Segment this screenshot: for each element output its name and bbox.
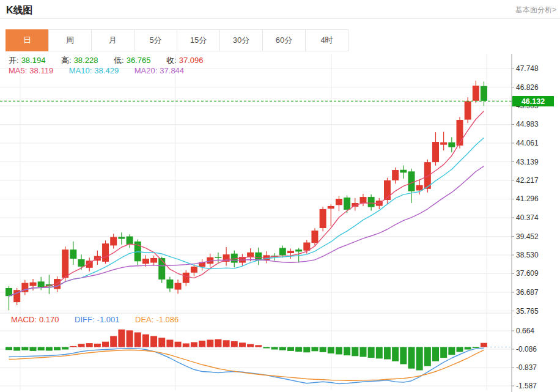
svg-text:40.374: 40.374 xyxy=(516,213,539,222)
low-label: 低: xyxy=(114,56,124,65)
ma10-value: 38.429 xyxy=(94,66,119,75)
ma10-label: MA10: xyxy=(69,66,92,75)
svg-text:41.296: 41.296 xyxy=(516,194,539,203)
ma-lines xyxy=(9,111,484,296)
svg-text:44.061: 44.061 xyxy=(516,139,539,147)
dea-value: -1.086 xyxy=(156,315,179,324)
dea-label: DEA: xyxy=(135,315,153,324)
diff-label: DIFF: xyxy=(75,315,95,324)
svg-text:42.217: 42.217 xyxy=(516,176,539,185)
svg-text:-1.587: -1.587 xyxy=(516,382,537,390)
svg-text:39.452: 39.452 xyxy=(516,232,539,241)
svg-text:-0.086: -0.086 xyxy=(516,345,537,353)
open-value: 38.194 xyxy=(21,56,46,65)
svg-text:0.664: 0.664 xyxy=(516,327,534,335)
ohlc-readout: 开:38.194 高:38.228 低:36.765 收:37.096 xyxy=(9,55,205,66)
ma5-value: 38.119 xyxy=(29,66,53,75)
ma5-label: MA5: xyxy=(9,66,27,75)
macd-readout: MACD:0.170 DIFF:-1.001 DEA:-1.086 xyxy=(11,315,181,324)
svg-text:36.687: 36.687 xyxy=(516,288,539,297)
close-label: 收: xyxy=(166,56,177,65)
svg-text:37.609: 37.609 xyxy=(516,269,539,278)
macd-value: 0.170 xyxy=(39,315,59,324)
macd-label: MACD: xyxy=(11,315,37,324)
high-label: 高: xyxy=(61,56,72,65)
open-label: 开: xyxy=(9,56,19,65)
ma20-value: 37.844 xyxy=(160,66,184,75)
macd-histogram xyxy=(6,330,487,371)
high-value: 38.228 xyxy=(74,56,98,65)
svg-text:35.765: 35.765 xyxy=(516,307,539,316)
low-value: 36.765 xyxy=(127,56,151,65)
svg-text:47.748: 47.748 xyxy=(516,64,539,73)
close-value: 37.096 xyxy=(179,56,204,65)
candles xyxy=(6,81,487,311)
diff-value: -1.001 xyxy=(97,315,120,324)
svg-text:43.139: 43.139 xyxy=(516,158,539,166)
svg-text:38.530: 38.530 xyxy=(516,251,539,259)
ma20-label: MA20: xyxy=(134,66,158,75)
gridlines: 47.74846.82645.90544.98344.06143.13942.2… xyxy=(0,54,539,390)
svg-text:46.132: 46.132 xyxy=(521,97,545,106)
svg-text:46.826: 46.826 xyxy=(516,83,539,92)
kline-page: K线图 基本面分析> 日 周 月 5分 15分 30分 60分 4时 47.74… xyxy=(0,0,560,392)
svg-text:44.983: 44.983 xyxy=(516,120,539,128)
svg-text:-0.837: -0.837 xyxy=(516,363,537,372)
ma-readout: MA5:38.119 MA10:38.429 MA20:37.844 xyxy=(9,66,186,75)
